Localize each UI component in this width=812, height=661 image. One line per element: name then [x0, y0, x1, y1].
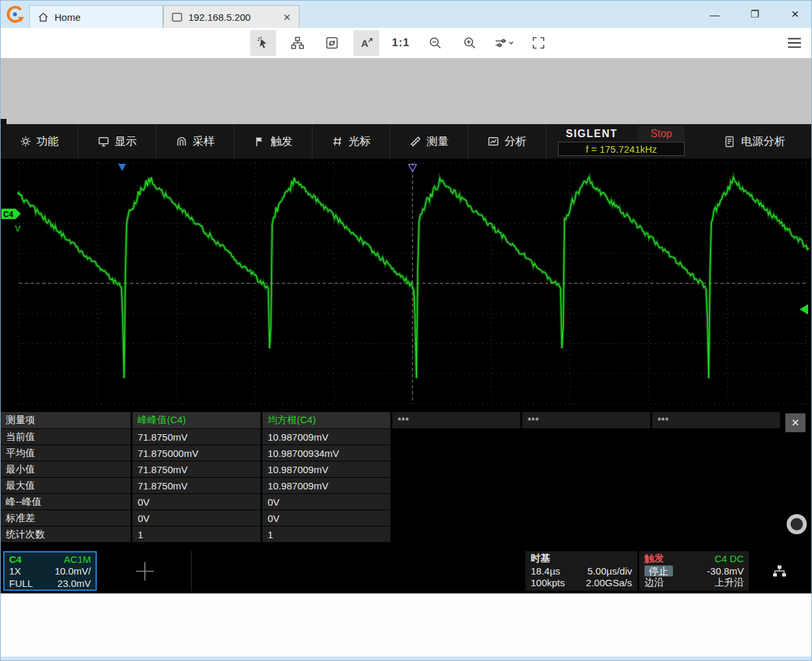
drag-handle[interactable] — [787, 514, 807, 534]
row-value: 1 — [262, 526, 390, 542]
fullscreen-button[interactable] — [526, 30, 552, 56]
display-settings-button[interactable] — [491, 30, 517, 56]
refresh-page-button[interactable] — [319, 30, 345, 56]
menu-label: 采样 — [193, 134, 215, 149]
header-pkpk[interactable]: 峰峰值(C4) — [133, 412, 260, 428]
gear-icon — [20, 136, 31, 147]
row-label: 最小值 — [1, 461, 131, 477]
display-icon — [98, 136, 109, 147]
pointer-icon — [256, 36, 270, 50]
timebase-rate: 2.00GSa/s — [586, 577, 632, 588]
menu-item-acquire[interactable]: 采样 — [157, 124, 235, 159]
acquisition-status[interactable]: Stop — [638, 126, 685, 141]
page-footer-area — [1, 593, 811, 656]
menu-item-measure[interactable]: 测量 — [390, 124, 468, 159]
channel-scale: 10.0mV/ — [55, 565, 91, 577]
menu-item-analysis[interactable]: 分析 — [468, 124, 546, 159]
acquire-icon — [176, 136, 187, 147]
window-bottom-border — [1, 656, 811, 661]
trigger-flag-icon — [254, 136, 265, 147]
close-icon[interactable]: ✕ — [788, 8, 802, 20]
header-item: 测量项 — [1, 412, 131, 428]
header-empty-2[interactable]: *** — [522, 412, 650, 428]
table-row-pkpk: 峰--峰值 0V 0V — [1, 494, 812, 510]
pointer-mode-button[interactable] — [250, 30, 276, 56]
menu-label: 测量 — [427, 134, 449, 149]
brand-logo-text: SIGLENT — [558, 128, 618, 140]
trigger-level: -30.8mV — [707, 565, 744, 577]
row-value: 10.987009mV — [262, 461, 390, 477]
row-value: 0V — [262, 494, 390, 510]
row-label: 最大值 — [1, 478, 131, 493]
brand-status-block: SIGLENT Stop f = 175.7241kHz — [558, 125, 685, 157]
network-status[interactable] — [749, 551, 809, 591]
frequency-counter: f = 175.7241kHz — [558, 142, 685, 156]
trigger-title: 触发 — [644, 552, 664, 565]
analysis-icon — [488, 136, 499, 147]
svg-text:C4: C4 — [3, 210, 14, 219]
fullscreen-icon — [531, 36, 546, 50]
menu-icon[interactable] — [787, 36, 802, 50]
trigger-mode: 停止 — [644, 565, 673, 577]
channel-c4-box[interactable]: C4 AC1M 1X 10.0mV/ FULL 23.0mV — [3, 551, 97, 591]
row-value: 71.875000mV — [133, 445, 260, 461]
menu-item-cursors[interactable]: 光标 — [312, 124, 390, 159]
tab-device[interactable]: 192.168.5.200 ✕ — [163, 5, 299, 28]
menu-item-function[interactable]: 功能 — [1, 124, 79, 159]
channel-bandwidth: FULL — [9, 578, 33, 589]
table-row-min: 最小值 71.8750mV 10.987009mV — [1, 461, 812, 477]
refresh-icon — [325, 36, 339, 50]
minimize-icon[interactable]: — — [707, 9, 722, 20]
channel-probe: 1X — [9, 565, 21, 577]
table-close-button[interactable]: ✕ — [785, 413, 806, 432]
lan-icon — [772, 564, 787, 578]
zoom-out-icon — [428, 36, 442, 50]
channel-coupling: AC1M — [64, 554, 91, 565]
header-rms[interactable]: 均方根(C4) — [262, 412, 390, 428]
menu-item-power-analysis[interactable]: 电源分析 — [697, 124, 812, 159]
menu-label: 触发 — [271, 134, 293, 149]
zoom-in-button[interactable] — [457, 30, 483, 56]
table-row-max: 最大值 71.8750mV 10.987009mV — [1, 478, 812, 493]
title-bar: Home 192.168.5.200 ✕ — ❐ ✕ — [1, 1, 811, 28]
row-value: 71.8750mV — [133, 461, 260, 477]
menu-item-trigger[interactable]: 触发 — [235, 124, 312, 159]
row-label: 峰--峰值 — [1, 494, 131, 510]
timebase-delay: 18.4µs — [531, 565, 560, 577]
tab-close-icon[interactable]: ✕ — [283, 12, 291, 22]
row-value: 0V — [262, 510, 390, 526]
scale-1-1-button[interactable]: 1:1 — [388, 30, 414, 56]
scope-menu-bar: 功能 显示 采样 触发 光标 测量 — [1, 124, 812, 159]
topology-button[interactable] — [285, 30, 311, 56]
menu-item-display[interactable]: 显示 — [79, 124, 157, 159]
plus-icon — [132, 558, 158, 584]
row-value: 0V — [133, 510, 260, 526]
table-row-stddev: 标准差 0V 0V — [1, 510, 812, 526]
tab-home[interactable]: Home — [29, 5, 163, 28]
page-icon — [171, 12, 183, 22]
timebase-box[interactable]: 时基 18.4µs 5.00µs/div 100kpts 2.00GSa/s — [526, 551, 637, 591]
empty-channel-slot[interactable] — [98, 551, 192, 591]
maximize-icon[interactable]: ❐ — [748, 8, 762, 20]
header-empty-1[interactable]: *** — [392, 412, 520, 428]
row-value: 10.987009mV — [262, 478, 390, 493]
zoom-in-icon — [463, 36, 477, 50]
timebase-points: 100kpts — [531, 577, 565, 588]
header-empty-3[interactable]: *** — [652, 412, 780, 428]
row-value: 71.8750mV — [133, 478, 260, 493]
measurement-header-row: 测量项 峰峰值(C4) 均方根(C4) *** *** *** — [1, 412, 812, 428]
zoom-out-button[interactable] — [422, 30, 448, 56]
font-size-button[interactable]: A — [353, 30, 379, 56]
window-controls: — ❐ ✕ — [707, 1, 802, 28]
document-icon — [724, 136, 735, 148]
tab-home-label: Home — [55, 12, 81, 23]
browser-window: Home 192.168.5.200 ✕ — ❐ ✕ — [0, 0, 812, 661]
row-value: 10.98700934mV — [262, 445, 390, 461]
trigger-box[interactable]: 触发 C4 DC 停止 -30.8mV 边沿 上升沿 — [639, 551, 749, 591]
trigger-slope: 上升沿 — [715, 577, 744, 589]
tool-group: A 1:1 — [250, 30, 552, 56]
timebase-title: 时基 — [531, 552, 550, 565]
font-size-icon: A — [359, 36, 374, 50]
waveform-display[interactable]: C4V — [1, 159, 812, 407]
cursors-icon — [332, 136, 343, 147]
